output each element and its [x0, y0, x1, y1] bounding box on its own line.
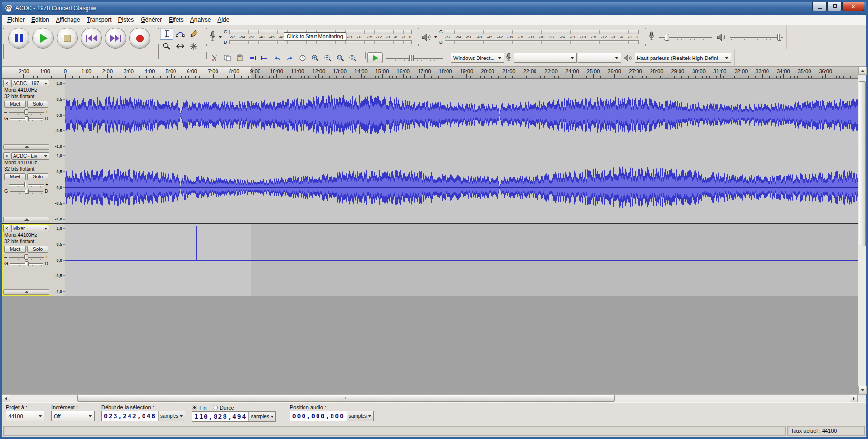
horizontal-scroll-track[interactable] — [10, 395, 850, 402]
menu-item-transport[interactable]: Transport — [84, 15, 115, 25]
pan-slider[interactable] — [10, 188, 43, 194]
vertical-scale-ruler[interactable]: 1,00,50,0-0,5-1,0 — [51, 224, 65, 296]
menu-item-fichier[interactable]: Fichier — [4, 15, 28, 25]
minimize-button[interactable] — [812, 2, 827, 11]
copy-button[interactable] — [221, 52, 233, 64]
monitor-tooltip[interactable]: Click to Start Monitoring — [284, 32, 346, 40]
menu-item-pistes[interactable]: Pistes — [115, 15, 137, 25]
selection-tool-button[interactable] — [160, 28, 173, 40]
meter-menu-arrow-icon[interactable] — [219, 36, 222, 38]
track-close-button[interactable]: × — [3, 225, 10, 232]
horizontal-scroll-thumb[interactable] — [77, 395, 615, 402]
audio-host-select[interactable]: Windows Direct... — [451, 53, 504, 63]
multi-tool-button[interactable] — [187, 40, 200, 52]
selection-start-value[interactable]: 023,242,048 — [102, 411, 158, 421]
selection-end-value[interactable]: 110,828,494 — [192, 412, 248, 421]
mute-button[interactable]: Muet — [4, 101, 26, 108]
track-collapse-button[interactable] — [3, 217, 49, 222]
menu-item-edition[interactable]: Edition — [28, 15, 53, 25]
radio-end-label[interactable]: Fin — [199, 405, 206, 410]
playback-meter-toolbar[interactable]: GD -57-54-51-48-45-42-39-36-33-30-27-24-… — [415, 25, 642, 49]
paste-button[interactable] — [233, 52, 246, 64]
pan-thumb[interactable] — [25, 261, 29, 266]
menu-item-analyse[interactable]: Analyse — [187, 15, 215, 25]
solo-button[interactable]: Solo — [27, 101, 48, 108]
output-device-select[interactable]: Haut-parleurs (Realtek High Defini — [635, 53, 731, 63]
solo-button[interactable]: Solo — [27, 246, 48, 253]
radio-end[interactable] — [192, 405, 197, 410]
skip-start-button[interactable] — [81, 28, 102, 49]
input-channels-select[interactable] — [578, 53, 621, 63]
toolbar-gripper[interactable] — [205, 52, 207, 63]
audio-position-field[interactable]: 000,000,000 samples — [290, 411, 374, 421]
maximize-button[interactable] — [827, 2, 842, 11]
menu-item-gnrer[interactable]: Générer — [137, 15, 165, 25]
track-title-menu[interactable]: ACDC - Liv — [11, 152, 49, 160]
scroll-left-button[interactable] — [2, 395, 10, 403]
sync-lock-button[interactable] — [296, 52, 309, 64]
zoom-tool-button[interactable] — [160, 40, 173, 52]
record-button[interactable] — [129, 28, 150, 49]
toolbar-gripper[interactable] — [157, 28, 159, 63]
menu-item-effets[interactable]: Effets — [165, 15, 187, 25]
scroll-right-button[interactable] — [850, 395, 858, 403]
undo-button[interactable] — [271, 52, 284, 64]
menu-item-aide[interactable]: Aide — [214, 15, 232, 25]
silence-button[interactable] — [259, 52, 271, 64]
waveform-area[interactable] — [65, 151, 858, 223]
vertical-scrollbar[interactable] — [858, 67, 866, 394]
horizontal-scrollbar[interactable] — [2, 394, 866, 402]
track-collapse-button[interactable] — [3, 289, 49, 295]
scroll-down-button[interactable] — [858, 386, 867, 394]
audio-position-value[interactable]: 000,000,000 — [290, 411, 347, 421]
stop-button[interactable] — [57, 28, 78, 49]
waveform-area[interactable] — [65, 79, 858, 151]
pan-thumb[interactable] — [25, 116, 29, 121]
zoom-fit-button[interactable] — [347, 52, 359, 64]
solo-button[interactable]: Solo — [27, 173, 48, 180]
vertical-scale-ruler[interactable]: 1,00,50,0-0,5-1,0 — [51, 151, 65, 223]
vertical-scroll-track[interactable] — [858, 75, 866, 386]
selection-start-field[interactable]: 023,242,048 samples — [101, 411, 185, 421]
playback-speed-thumb[interactable] — [409, 55, 414, 61]
title-bar[interactable]: ACDC - 1978 Concert Glasgow × — [2, 2, 866, 15]
waveform-area[interactable] — [65, 224, 858, 296]
tracks-viewport[interactable]: ×ACDC - 197Mono,44100Hz32 bits flottantM… — [2, 79, 858, 394]
trim-button[interactable] — [246, 52, 259, 64]
gain-slider[interactable] — [9, 109, 44, 115]
menu-item-affichage[interactable]: Affichage — [53, 15, 84, 25]
timeline-ruler[interactable]: -2:00-1:0001:002:003:004:005:006:007:008… — [2, 67, 858, 79]
close-button[interactable]: × — [842, 2, 864, 11]
zoom-in-button[interactable] — [309, 52, 321, 64]
input-volume-thumb[interactable] — [665, 34, 669, 41]
pan-slider[interactable] — [10, 261, 43, 267]
track-title-menu[interactable]: ACDC - 197 — [11, 80, 49, 87]
pan-thumb[interactable] — [25, 189, 29, 194]
gain-thumb[interactable] — [24, 182, 28, 187]
mute-button[interactable]: Muet — [4, 173, 26, 180]
gain-thumb[interactable] — [24, 109, 28, 115]
zoom-out-button[interactable] — [321, 52, 334, 64]
track-1[interactable]: ×ACDC - 197Mono,44100Hz32 bits flottantM… — [2, 79, 858, 151]
gain-slider[interactable] — [9, 181, 44, 188]
track-title-menu[interactable]: Mixer — [11, 225, 49, 232]
mute-button[interactable]: Muet — [4, 246, 26, 253]
cut-button[interactable] — [208, 52, 221, 64]
track-close-button[interactable]: × — [3, 152, 10, 160]
output-volume-thumb[interactable] — [777, 34, 781, 41]
recording-meter-toolbar[interactable]: GD -57-54-51-48-45-42-39-36-33-30-27-24-… — [203, 25, 415, 49]
redo-button[interactable] — [284, 52, 296, 64]
toolbar-gripper[interactable] — [644, 28, 646, 46]
track-2[interactable]: ×ACDC - LivMono,44100Hz32 bits flottantM… — [2, 151, 858, 224]
track-collapse-button[interactable] — [3, 144, 49, 150]
draw-tool-button[interactable] — [187, 28, 200, 40]
pause-button[interactable] — [8, 28, 29, 49]
toolbar-gripper[interactable] — [364, 52, 366, 63]
track-3[interactable]: ×MixerMono,44100Hz32 bits flottantMuetSo… — [2, 224, 858, 296]
toolbar-gripper[interactable] — [448, 52, 449, 63]
envelope-tool-button[interactable] — [174, 28, 187, 40]
snap-to-select[interactable]: Off — [51, 411, 95, 421]
scroll-up-button[interactable] — [858, 67, 867, 75]
selection-end-field[interactable]: 110,828,494 samples — [192, 411, 275, 422]
pan-slider[interactable] — [10, 116, 43, 122]
